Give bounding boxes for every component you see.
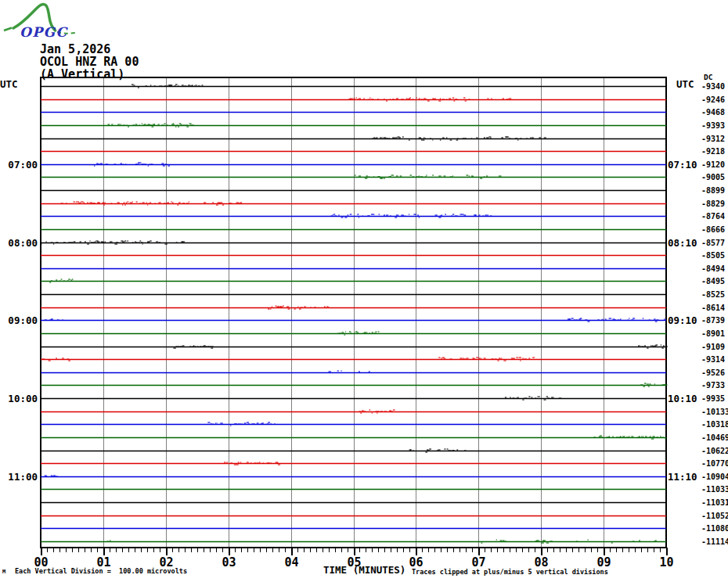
trace-noise-burst [463,98,465,99]
trace-noise-burst [486,176,488,177]
trace-noise-burst [452,176,453,177]
trace-noise-burst [650,436,651,437]
trace-noise-burst [578,319,581,320]
trace-noise-burst [142,124,142,124]
trace-noise-burst [580,318,582,319]
dc-offset-value: -9314 [701,355,725,364]
trace-noise-burst [183,203,185,204]
trace-noise-burst [173,348,175,349]
trace-noise-burst [605,319,607,320]
trace-noise-burst [373,138,373,139]
trace-noise-burst [95,203,96,204]
trace-noise-burst [654,436,655,437]
trace-noise-burst [599,436,601,437]
trace-noise-burst [535,541,537,542]
trace-noise-burst [660,436,661,437]
trace-noise-burst [269,463,270,464]
trace-noise-burst [398,138,401,138]
trace-noise-burst [380,138,382,138]
trace-noise-burst [358,332,359,333]
trace-noise-burst [204,203,206,203]
trace-noise-burst [297,307,298,307]
trace-noise-burst [147,205,148,206]
trace-noise-burst [226,462,228,463]
trace-noise-burst [488,138,489,139]
trace-noise-burst [354,99,355,99]
trace-noise-burst [198,86,200,87]
trace-noise-burst [357,214,359,215]
dc-offset-value: -9005 [701,173,725,181]
trace-noise-burst [158,124,160,125]
trace-noise-burst [136,242,138,243]
trace-noise-burst [268,309,270,310]
trace-noise-burst [453,451,455,451]
trace-noise-burst [501,358,502,359]
dc-offset-value: -8525 [701,290,725,299]
trace-noise-burst [217,423,218,424]
trace-noise-burst [106,164,108,165]
trace-noise-burst [51,242,52,243]
trace-noise-burst [425,138,426,139]
dc-offset-value: -9733 [701,381,725,390]
trace-noise-burst [607,437,610,438]
trace-noise-burst [576,541,578,542]
dc-offset-value: -11114 [701,537,728,546]
right-time-label: 09:10 [668,314,697,326]
trace-noise-burst [488,215,488,216]
trace-noise-burst [525,398,528,399]
trace-noise-burst [407,99,409,100]
trace-noise-burst [380,411,383,412]
trace-noise-burst [432,175,434,176]
trace-noise-burst [469,176,470,177]
trace-noise-burst [665,385,667,386]
trace-noise-burst [134,85,135,86]
trace-noise-burst [142,244,143,245]
trace-noise-burst [224,462,225,463]
trace-noise-burst [655,322,658,322]
dc-offset-value: -8494 [701,264,725,273]
trace-noise-burst [220,423,222,424]
trace-noise-burst [299,309,301,310]
trace-noise-burst [175,127,177,128]
trace-noise-burst [539,138,541,138]
trace-noise-burst [522,358,523,359]
trace-noise-burst [495,359,497,360]
dc-offset-value: -10770 [701,459,728,468]
trace-noise-burst [261,424,263,425]
trace-noise-burst [240,462,241,463]
trace-noise-burst [239,203,241,204]
trace-noise-burst [464,451,467,451]
trace-noise-burst [359,372,360,372]
footer-mark: M [2,569,5,575]
trace-noise-burst [643,318,644,319]
dc-offset-value: -10318 [701,420,728,429]
trace-noise-burst [663,346,665,347]
trace-noise-burst [639,541,640,541]
trace-noise-burst [497,361,499,361]
trace-noise-burst [196,85,197,86]
trace-noise-burst [632,541,634,542]
right-time-label: 08:10 [668,237,697,249]
trace-noise-burst [641,436,642,437]
trace-noise-burst [211,348,213,349]
trace-noise-burst [179,347,182,347]
trace-noise-burst [156,242,158,242]
trace-noise-burst [230,203,232,204]
trace-noise-burst [45,476,47,477]
trace-noise-burst [664,319,665,320]
trace-noise-burst [500,541,503,541]
trace-noise-burst [78,203,81,204]
trace-noise-burst [324,307,326,307]
trace-noise-burst [587,322,589,322]
trace-noise-burst [649,384,651,385]
trace-noise-burst [416,98,417,99]
trace-noise-burst [456,450,458,451]
trace-noise-burst [648,386,650,387]
trace-noise-burst [538,541,540,541]
trace-noise-burst [656,437,658,438]
trace-noise-burst [649,437,651,438]
trace-noise-burst [171,202,171,203]
trace-noise-burst [242,424,243,425]
trace-noise-burst [505,397,506,398]
trace-noise-burst [348,215,349,216]
